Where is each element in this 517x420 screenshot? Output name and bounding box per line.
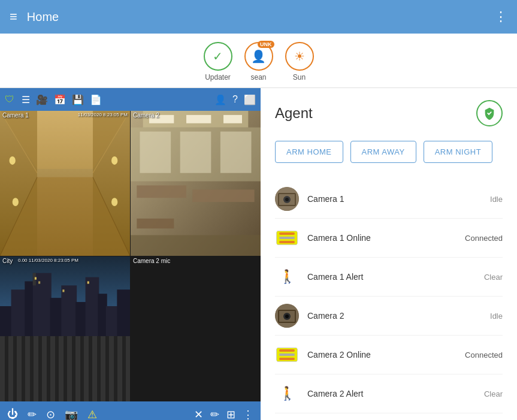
device-name-cam2: Camera 2 xyxy=(307,311,490,321)
camera-mic-label: Camera 2 mic xyxy=(133,258,170,264)
device-icon-cam2 xyxy=(275,304,299,328)
svg-rect-33 xyxy=(61,285,77,372)
status-item-updater[interactable]: ✓ Updater xyxy=(204,42,232,81)
device-item-cam2: Camera 2 Idle xyxy=(275,297,503,336)
device-item-cam2alert: 🚶 Camera 2 Alert Clear xyxy=(275,374,503,413)
save-icon[interactable]: 💾 xyxy=(72,94,84,105)
calendar-icon[interactable]: 📅 xyxy=(54,94,66,105)
svg-rect-25 xyxy=(220,132,252,173)
device-item-cam1online: Camera 1 Online Connected xyxy=(275,219,503,258)
device-icon-cam1alert: 🚶 xyxy=(275,265,299,289)
camera-cell-2[interactable]: Camera 2 xyxy=(131,111,261,256)
sean-icon: 👤 xyxy=(251,49,266,64)
device-item-cam1alert: 🚶 Camera 1 Alert Clear xyxy=(275,258,503,297)
updater-circle: ✓ xyxy=(204,42,232,71)
svg-rect-28 xyxy=(11,289,27,372)
edit-icon[interactable]: ✏ xyxy=(28,408,37,420)
svg-point-57 xyxy=(285,198,289,201)
agent-title: Agent xyxy=(275,105,313,122)
arm-home-button[interactable]: ARM HOME xyxy=(275,141,343,163)
svg-rect-4 xyxy=(93,111,130,256)
camera-cell-1[interactable]: Camera 1 11/03/2020 8:23:05 PM xyxy=(0,111,130,256)
svg-rect-17 xyxy=(223,115,242,123)
right-panel: Agent ARM HOME ARM AWAY ARM NIGHT xyxy=(261,88,517,420)
device-status-cam1: Idle xyxy=(490,195,503,204)
cam-toolbar-right: 👤 ? ⬜ xyxy=(214,94,256,105)
device-name-cam1: Camera 1 xyxy=(307,194,490,204)
device-icon-cam1online xyxy=(275,226,299,250)
file-icon[interactable]: 📄 xyxy=(90,94,102,105)
sun-label: Sun xyxy=(293,73,306,81)
camera-cell-mic[interactable]: Camera 2 mic xyxy=(131,256,261,401)
bottom-right-icons: ✕ ✏ ⊞ ⋮ xyxy=(194,408,253,420)
bottom-left-icons: ⏻ ✏ ⊙ 📷 ⚠ xyxy=(7,408,97,420)
city-label: City xyxy=(2,258,13,264)
svg-rect-40 xyxy=(38,281,40,283)
arm-night-button[interactable]: ARM NIGHT xyxy=(424,141,492,163)
device-status-cam2online: Connected xyxy=(465,350,503,359)
more2-icon[interactable]: ⋮ xyxy=(243,408,253,420)
device-status-cam1online: Connected xyxy=(465,234,503,243)
camera1-timestamp: 11/03/2020 8:23:05 PM xyxy=(78,112,128,117)
svg-point-51 xyxy=(29,366,33,371)
unk-badge: UNK xyxy=(258,41,274,48)
arm-buttons: ARM HOME ARM AWAY ARM NIGHT xyxy=(275,141,503,163)
more-icon[interactable]: ⋮ xyxy=(494,9,507,25)
user-icon[interactable]: 👤 xyxy=(214,94,226,105)
page-title: Home xyxy=(27,10,59,24)
updater-icon: ✓ xyxy=(213,49,223,64)
device-icon-cam2online xyxy=(275,343,299,367)
svg-rect-36 xyxy=(98,294,107,372)
sun-circle: ☀ xyxy=(285,42,314,71)
sun-icon: ☀ xyxy=(294,49,305,64)
svg-rect-30 xyxy=(33,273,52,373)
svg-rect-3 xyxy=(0,111,37,256)
updater-label: Updater xyxy=(205,73,231,81)
svg-rect-37 xyxy=(106,306,119,373)
camera-icon[interactable]: 🎥 xyxy=(36,94,48,105)
status-row: ✓ Updater 👤 UNK sean ☀ Sun xyxy=(0,34,517,88)
svg-rect-23 xyxy=(140,132,171,173)
grid-icon[interactable]: ⊞ xyxy=(226,408,235,420)
svg-rect-50 xyxy=(111,379,124,382)
svg-rect-39 xyxy=(35,277,37,280)
snapshot-icon[interactable]: 📷 xyxy=(65,408,78,420)
device-list: Camera 1 Idle Camera 1 Online Connected xyxy=(275,180,503,413)
city-timestamp: 0.00 11/03/2020 8:23:05 PM xyxy=(18,258,78,263)
status-item-sun[interactable]: ☀ Sun xyxy=(285,42,314,81)
expand-icon[interactable]: ✕ xyxy=(194,408,203,420)
svg-rect-32 xyxy=(50,298,63,372)
device-item-cam1: Camera 1 Idle xyxy=(275,180,503,219)
list-icon[interactable]: ☰ xyxy=(22,94,30,105)
camera2-feed xyxy=(131,111,261,256)
device-name-cam1alert: Camera 1 Alert xyxy=(307,272,484,282)
svg-rect-18 xyxy=(137,185,186,198)
status-item-sean[interactable]: 👤 UNK sean xyxy=(244,42,273,81)
warning-icon[interactable]: ⚠ xyxy=(87,408,97,420)
svg-point-10 xyxy=(13,198,19,206)
svg-rect-35 xyxy=(86,277,99,373)
arm-away-button[interactable]: ARM AWAY xyxy=(350,141,416,163)
svg-rect-16 xyxy=(186,115,211,123)
edit2-icon[interactable]: ✏ xyxy=(210,408,219,420)
camera1-label: Camera 1 xyxy=(2,112,29,119)
svg-rect-29 xyxy=(25,281,34,372)
motion-person-icon: 🚶 xyxy=(279,269,295,285)
fullscreen-icon[interactable]: ⬜ xyxy=(244,94,256,105)
help-icon[interactable]: ? xyxy=(232,94,238,105)
power-icon[interactable]: ⏻ xyxy=(7,408,18,420)
svg-rect-21 xyxy=(131,235,261,256)
device-status-cam1alert: Clear xyxy=(484,273,503,282)
svg-rect-49 xyxy=(87,379,99,382)
agent-header: Agent xyxy=(275,100,503,126)
device-status-cam2alert: Clear xyxy=(484,389,503,398)
menu-icon[interactable]: ≡ xyxy=(10,9,17,25)
svg-rect-38 xyxy=(117,289,130,372)
topbar: ≡ Home ⋮ xyxy=(0,0,517,34)
svg-point-9 xyxy=(10,156,16,165)
camera-cell-city[interactable]: City 0.00 11/03/2020 8:23:05 PM xyxy=(0,256,130,401)
record-icon[interactable]: ⊙ xyxy=(46,408,55,420)
svg-rect-19 xyxy=(192,189,254,202)
left-panel: 🛡 ☰ 🎥 📅 💾 📄 👤 ? ⬜ Camera 1 11/03/2020 8:… xyxy=(0,88,261,420)
svg-rect-20 xyxy=(137,219,174,229)
